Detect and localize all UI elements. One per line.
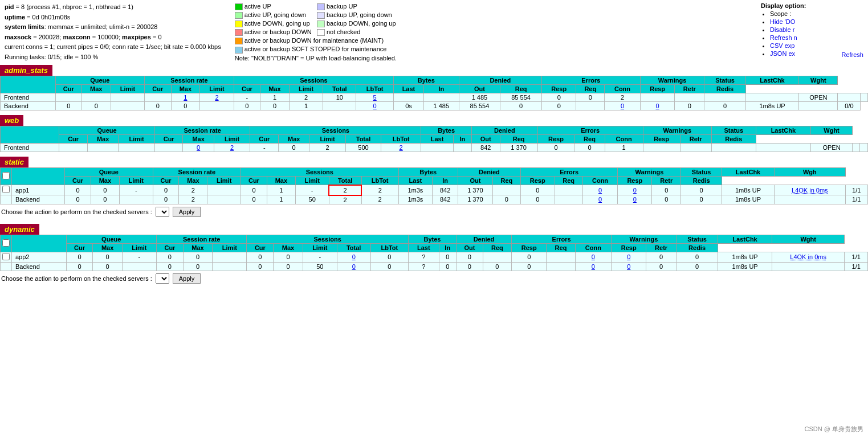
row-checkbox-app1[interactable] <box>2 186 10 193</box>
cell: 0 <box>153 195 179 204</box>
cell: 0/0 <box>838 101 861 110</box>
col-lastchk: LastChk <box>756 126 810 134</box>
col-queue-limit: Limit <box>119 134 155 143</box>
table-dynamic: Queue Session rate Sessions Bytes Denied… <box>0 235 868 271</box>
cell: 1 370 <box>458 185 493 195</box>
display-option-json[interactable]: JSON ex <box>770 50 795 57</box>
uptime-line: uptime = 0d 0h01m08s <box>5 13 221 23</box>
cell <box>853 143 860 152</box>
row-checkbox-app2[interactable] <box>2 253 10 260</box>
table-row: Backend 0 0 0 0 0 0 50 0 0 ? 0 0 0 0 0 0 <box>1 262 868 271</box>
col-queue: Queue <box>55 76 145 84</box>
cell: 0 <box>370 252 408 262</box>
cell <box>213 262 247 271</box>
col-name <box>12 167 65 185</box>
cell: L4OK in 0ms <box>772 252 845 262</box>
col-queue-limit: Limit <box>122 243 156 252</box>
row-label: Backend <box>12 195 65 204</box>
select-all-static[interactable] <box>2 172 10 179</box>
col-bytes-in: In <box>439 243 456 252</box>
col-sess-cur: Cur <box>234 84 260 93</box>
cell <box>547 262 575 271</box>
legend-not-checked: not checked <box>315 28 399 36</box>
cell <box>711 143 756 152</box>
col-sessions: Sessions <box>247 235 409 243</box>
static-apply-button[interactable]: Apply <box>173 207 201 217</box>
cell: 0 <box>618 195 652 204</box>
cell <box>643 143 680 152</box>
display-option-refresh[interactable]: Refresh n <box>770 34 797 41</box>
col-warnings: Warnings <box>643 126 711 134</box>
col-sess-lbtot: LbTot <box>370 243 408 252</box>
col-warnings: Warnings <box>612 235 677 243</box>
cell: 85 554 <box>500 93 542 101</box>
col-errors-req: Req <box>574 134 605 143</box>
col-queue: Queue <box>59 126 155 134</box>
col-bytes-out: Out <box>458 176 493 185</box>
display-option-hide[interactable]: Hide 'DO <box>770 18 795 25</box>
cell <box>111 101 144 110</box>
col-session-rate: Session rate <box>154 126 250 134</box>
col-queue: Queue <box>65 167 153 176</box>
cell: 2 <box>179 195 207 204</box>
maxsock-line: maxsock = 200028; maxconn = 100000; maxp… <box>5 32 221 43</box>
col-denied-resp: Resp <box>520 176 555 185</box>
col-queue-max: Max <box>87 134 118 143</box>
cell: 1/1 <box>845 262 868 271</box>
dynamic-action-select[interactable] <box>156 273 169 284</box>
cell: 2 <box>361 185 398 195</box>
col-errors-resp: Resp <box>640 84 675 93</box>
cell <box>154 143 183 152</box>
cell: 0 <box>520 195 555 204</box>
cell: - <box>122 252 156 262</box>
col-sess-last: Last <box>398 176 433 185</box>
col-warn-retr: Retr <box>680 134 711 143</box>
cell: 0 <box>612 252 646 262</box>
cell: 0 <box>582 195 618 204</box>
cell: 0 <box>500 101 542 110</box>
row-label: Backend <box>1 101 56 110</box>
display-option-scope: Scope : <box>770 10 863 17</box>
cell: 842 <box>433 185 458 195</box>
col-sessions: Sessions <box>241 167 398 176</box>
status-cell: 1m8s UP <box>722 185 774 195</box>
legend-maint: active or backup DOWN for maintenance (M… <box>233 36 399 45</box>
display-option-disable[interactable]: Disable r <box>770 26 794 33</box>
cell <box>640 93 675 101</box>
cell <box>756 143 810 152</box>
cell <box>393 93 423 101</box>
cell: 0 <box>145 101 171 110</box>
cell: 0 <box>652 185 681 195</box>
col-denied-req: Req <box>483 243 511 252</box>
cell <box>799 101 838 110</box>
display-option-csv[interactable]: CSV exp <box>770 42 794 49</box>
col-queue: Queue <box>66 235 156 243</box>
cell: 0 <box>640 101 675 110</box>
cell: L4OK in 0ms <box>775 185 845 195</box>
dynamic-apply-button[interactable]: Apply <box>173 273 201 284</box>
col-sessions: Sessions <box>234 76 393 84</box>
col-bytes-out: Out <box>471 134 500 143</box>
col-sess-max: Max <box>267 176 295 185</box>
col-errors: Errors <box>512 235 612 243</box>
row-checkbox-cell[interactable] <box>1 252 12 262</box>
col-sess-limit: Limit <box>309 134 346 143</box>
select-all-dynamic[interactable] <box>2 239 10 247</box>
col-queue-max: Max <box>91 176 119 185</box>
refresh-link[interactable]: Refresh <box>841 51 863 58</box>
cell: 0 <box>183 143 214 152</box>
cell: 842 <box>471 143 500 152</box>
cell: 1 <box>267 195 295 204</box>
row-checkbox-cell[interactable] <box>1 185 12 195</box>
static-action-select[interactable] <box>156 207 169 217</box>
cell <box>423 93 459 101</box>
cell: 0 <box>356 101 394 110</box>
col-srate-cur: Cur <box>145 84 171 93</box>
cell <box>81 93 111 101</box>
col-queue-limit: Limit <box>111 84 144 93</box>
cell <box>483 252 511 262</box>
cell-highlighted: 2 <box>329 185 361 195</box>
cell: 0 <box>337 262 370 271</box>
col-denied: Denied <box>471 126 537 134</box>
col-denied: Denied <box>459 76 541 84</box>
